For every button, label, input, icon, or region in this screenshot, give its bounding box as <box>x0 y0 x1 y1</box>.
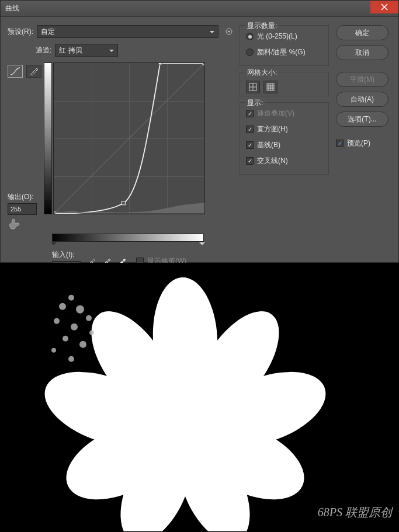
auto-button[interactable]: 自动(A) <box>336 92 388 107</box>
show-group: 显示: 通道叠加(V) 直方图(H) 基线(B) <box>240 102 329 175</box>
output-gradient <box>44 62 52 214</box>
pencil-tool-button[interactable] <box>26 65 41 78</box>
curve-graph[interactable] <box>53 62 205 214</box>
output-input[interactable] <box>8 203 37 215</box>
curve-tool-icon <box>10 67 20 75</box>
channel-value: 红 拷贝 <box>59 46 82 55</box>
smooth-button: 平滑(M) <box>336 72 388 87</box>
channel-overlay-label: 通道叠加(V) <box>257 109 294 119</box>
preset-dropdown[interactable]: 自定 <box>37 25 218 38</box>
svg-line-2 <box>54 63 204 214</box>
preview-checkbox[interactable] <box>336 140 344 147</box>
curve-tool-button[interactable] <box>8 65 23 78</box>
preview-label: 预览(P) <box>347 138 370 148</box>
svg-point-27 <box>59 302 66 310</box>
preset-label: 预设(R): <box>8 27 33 37</box>
histogram <box>54 201 204 213</box>
svg-point-31 <box>71 323 78 330</box>
curve-line <box>54 63 204 214</box>
svg-point-30 <box>54 318 60 324</box>
channel-label: 通道: <box>36 46 51 55</box>
svg-point-35 <box>51 347 56 352</box>
grid-small-button[interactable] <box>246 81 260 93</box>
options-button[interactable]: 选项(T)... <box>336 112 388 127</box>
display-amount-group: 显示数量: 光 (0-255)(L) 颜料/油墨 %(G) <box>240 25 329 66</box>
intersection-checkbox[interactable] <box>246 157 254 165</box>
close-icon <box>381 4 388 11</box>
svg-point-33 <box>63 335 68 341</box>
histogram-label: 直方图(H) <box>257 124 288 134</box>
baseline-checkbox[interactable] <box>246 141 254 149</box>
baseline-label: 基线(B) <box>257 140 280 150</box>
svg-point-34 <box>79 340 86 347</box>
grid-4x4-icon <box>249 83 257 91</box>
svg-rect-6 <box>203 63 204 65</box>
result-image: 68PS 联盟原创 <box>0 263 399 532</box>
svg-point-28 <box>68 294 74 300</box>
display-amount-label: 显示数量: <box>245 21 279 31</box>
light-radio-label: 光 (0-255)(L) <box>257 32 297 41</box>
channel-overlay-checkbox[interactable] <box>246 110 254 117</box>
light-radio[interactable] <box>246 33 254 40</box>
svg-point-1 <box>228 31 230 33</box>
dialog-title: 曲线 <box>5 4 19 13</box>
white-point-slider[interactable] <box>199 242 205 248</box>
grid-size-group: 网格大小: <box>240 72 329 96</box>
channel-dropdown[interactable]: 红 拷贝 <box>55 44 118 57</box>
grid-large-button[interactable] <box>263 81 277 93</box>
histogram-checkbox[interactable] <box>246 126 254 133</box>
input-label: 输入(I): <box>52 250 81 260</box>
black-point-slider[interactable] <box>51 242 57 248</box>
svg-point-37 <box>89 330 94 335</box>
hand-adjust-icon[interactable] <box>8 218 22 230</box>
svg-point-26 <box>115 356 255 484</box>
curves-dialog: 曲线 预设(R): 自定 通道: 红 拷贝 <box>0 0 399 263</box>
gear-icon <box>225 27 233 36</box>
output-label: 输出(O): <box>8 192 43 202</box>
svg-rect-5 <box>158 63 162 65</box>
close-button[interactable] <box>370 1 398 13</box>
intersection-label: 交叉线(N) <box>257 156 288 166</box>
pigment-radio[interactable] <box>246 48 254 56</box>
lotus-silhouette <box>39 274 331 531</box>
svg-point-29 <box>76 305 84 313</box>
grid-10x10-icon <box>266 83 275 91</box>
pencil-icon <box>30 67 38 75</box>
ok-button[interactable]: 确定 <box>336 25 388 40</box>
svg-point-36 <box>68 356 74 361</box>
cancel-button[interactable]: 取消 <box>336 45 388 60</box>
input-gradient[interactable] <box>52 234 204 242</box>
watermark: 68PS 联盟原创 <box>318 505 392 520</box>
preset-menu-button[interactable] <box>224 27 234 36</box>
titlebar: 曲线 <box>1 1 398 17</box>
show-label: 显示: <box>245 98 265 108</box>
grid-size-label: 网格大小: <box>245 68 279 78</box>
pigment-radio-label: 颜料/油墨 %(G) <box>257 47 306 57</box>
preset-value: 自定 <box>41 27 55 37</box>
svg-point-32 <box>86 315 92 321</box>
